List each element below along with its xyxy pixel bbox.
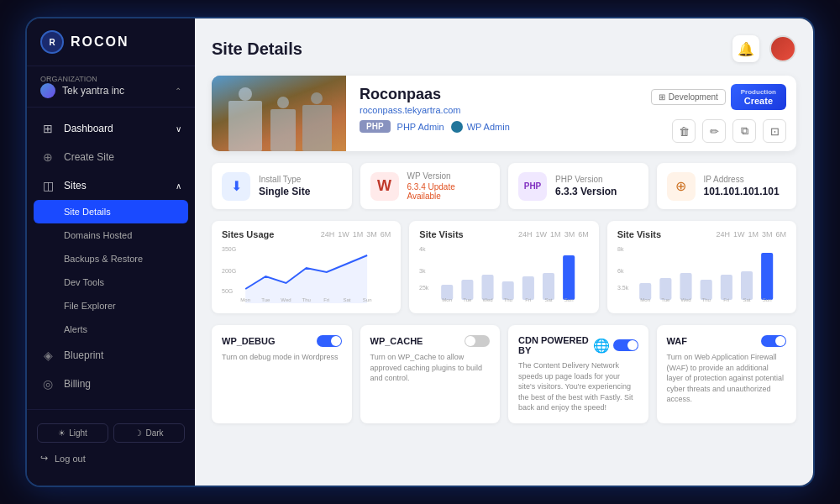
sidebar-item-dashboard[interactable]: ⊞ Dashboard ∨ [27, 114, 195, 143]
sidebar-subitem-file-explorer[interactable]: File Explorer [27, 294, 195, 318]
copy-button[interactable]: ⧉ [732, 119, 756, 143]
toggle-track-wp-cache[interactable] [465, 335, 490, 347]
svg-text:50G: 50G [222, 288, 233, 294]
info-card-wp-version: W WP Version 6.3.4 Update Available [360, 163, 501, 209]
sun-icon: ☀ [58, 428, 66, 438]
toggle-header-wp-cache: WP_CACHE [370, 335, 491, 347]
dark-theme-button[interactable]: ☽ Dark [113, 423, 185, 443]
toggle-track-cdn[interactable] [613, 339, 638, 351]
create-button[interactable]: Production Create [731, 84, 786, 110]
delete-button[interactable]: 🗑 [672, 119, 696, 143]
svg-rect-40 [720, 275, 732, 300]
org-name[interactable]: Tek yantra inc ⌃ [40, 83, 181, 98]
cdn-header-right: 🌐 [593, 338, 638, 354]
toggle-header-cdn: CDN POWERED BY 🌐 [518, 335, 638, 355]
chevron-down-icon: ⌃ [175, 87, 181, 96]
chart-header-visits-2: Site Visits 24H1W1M3M6M [617, 229, 786, 239]
toggle-cdn[interactable] [613, 339, 638, 351]
svg-text:Fri: Fri [526, 297, 532, 302]
svg-text:350G: 350G [222, 246, 236, 252]
chart-header-visits-1: Site Visits 24H1W1M3M6M [419, 229, 588, 239]
svg-rect-25 [563, 255, 575, 300]
svg-rect-38 [680, 273, 691, 300]
svg-text:Thu: Thu [504, 297, 512, 302]
toggle-card-cdn: CDN POWERED BY 🌐 The Content Delivery Ne… [508, 325, 648, 423]
svg-point-5 [311, 92, 323, 104]
google-cloud-icon: 🌐 [593, 338, 610, 354]
wp-admin-link[interactable]: WP Admin [467, 122, 510, 132]
svg-point-1 [239, 87, 252, 101]
toggle-wp-cache[interactable] [465, 335, 490, 347]
header-actions: 🔔 [732, 35, 796, 62]
php-admin-link[interactable]: PHP Admin [397, 122, 444, 132]
sidebar-item-create-site[interactable]: ⊕ Create Site [27, 143, 195, 171]
sidebar-subitem-backups[interactable]: Backups & Restore [27, 247, 195, 270]
create-sub-label: Production [741, 88, 776, 96]
chart-card-usage: Sites Usage 24H1W1M3M6M 350G 200G 50G Mo… [212, 221, 401, 313]
dashboard-icon: ⊞ [40, 122, 55, 135]
sidebar-item-blueprint[interactable]: ◈ Blueprint [27, 341, 195, 370]
sidebar-subitem-dev-tools[interactable]: Dev Tools [27, 270, 195, 294]
create-site-icon: ⊕ [40, 150, 55, 164]
ip-address-info: IP Address 101.101.101.101 [704, 175, 780, 197]
dev-badge: ⊞ Development [651, 89, 726, 105]
logo-area: R ROCON [27, 18, 195, 66]
site-url[interactable]: roconpass.tekyartra.com [360, 105, 627, 115]
chart-bar-visits-2: 8k 6k 3.5k Mon Tue Wed Thu [617, 243, 786, 303]
chart-bar-visits-1: 4k 3k 25k Mon Tue Wed Thu [419, 243, 588, 303]
notification-bell[interactable]: 🔔 [732, 35, 759, 62]
main-content: Site Details 🔔 Roconp [195, 18, 813, 486]
svg-text:Thu: Thu [701, 297, 710, 302]
svg-rect-2 [270, 109, 296, 151]
logo-icon: R [40, 30, 64, 54]
php-version-info: PHP Version 6.3.3 Version [555, 175, 617, 197]
info-card-install-type: ⬇ Install Type Single Site [212, 163, 352, 209]
edit-button[interactable]: ✏ [702, 119, 726, 143]
svg-text:Sun: Sun [564, 297, 574, 302]
svg-text:3k: 3k [419, 268, 426, 274]
wp-version-info: WP Version 6.3.4 Update Available [407, 171, 491, 201]
svg-text:8k: 8k [617, 246, 624, 252]
install-type-info: Install Type Single Site [259, 175, 310, 197]
org-section[interactable]: Organization Tek yantra inc ⌃ [27, 66, 195, 108]
toggle-card-wp-cache: WP_CACHE Turn on WP_Cache to allow appro… [360, 325, 501, 423]
svg-text:Thu: Thu [302, 297, 310, 302]
svg-rect-24 [543, 273, 554, 300]
site-name: Roconpaas [360, 86, 627, 103]
svg-point-3 [277, 97, 289, 108]
wp-version-icon: W [370, 172, 399, 201]
sidebar-item-billing[interactable]: ◎ Billing [27, 370, 195, 398]
svg-text:Fri: Fri [723, 297, 729, 302]
toggle-thumb-cdn [627, 340, 638, 350]
toggle-track-waf[interactable] [761, 335, 786, 347]
toggle-track-wp-debug[interactable] [317, 335, 342, 347]
toggle-wp-debug[interactable] [317, 335, 342, 347]
info-card-php-version: PHP PHP Version 6.3.3 Version [508, 163, 648, 209]
svg-text:Wed: Wed [281, 297, 291, 302]
sidebar-bottom: ☀ Light ☽ Dark ↪ Log out [27, 409, 195, 477]
svg-text:Fri: Fri [323, 297, 329, 302]
chart-period-visits-1: 24H1W1M3M6M [518, 230, 589, 239]
chart-line-usage: 350G 200G 50G Mon Tue Wed Thu Fri Sat Su… [222, 243, 391, 303]
svg-text:200G: 200G [222, 268, 236, 274]
chevron-up-icon: ∧ [176, 181, 181, 191]
toggle-waf[interactable] [761, 335, 786, 347]
logout-button[interactable]: ↪ Log out [27, 448, 195, 469]
more-button[interactable]: ⊡ [763, 119, 786, 143]
sidebar-item-sites[interactable]: ◫ Sites ∧ [27, 171, 195, 200]
action-icons: 🗑 ✏ ⧉ ⊡ [672, 119, 786, 143]
svg-text:Sun: Sun [762, 297, 771, 302]
toggle-thumb-wp-cache [465, 336, 475, 346]
svg-text:Mon: Mon [640, 297, 650, 302]
sidebar-subitem-alerts[interactable]: Alerts [27, 318, 195, 341]
site-info: Roconpaas roconpass.tekyartra.com PHP PH… [346, 76, 641, 151]
billing-icon: ◎ [40, 377, 55, 391]
ip-address-icon: ⊕ [667, 172, 696, 201]
sidebar-subitem-site-details[interactable]: Site Details [34, 200, 188, 223]
grid-icon: ⊞ [659, 92, 665, 102]
light-theme-button[interactable]: ☀ Light [37, 423, 108, 443]
sidebar-subitem-domains[interactable]: Domains Hosted [27, 223, 195, 247]
wp-icon: WP Admin [451, 121, 510, 133]
avatar[interactable] [769, 35, 796, 62]
toggle-thumb-waf [775, 336, 785, 346]
